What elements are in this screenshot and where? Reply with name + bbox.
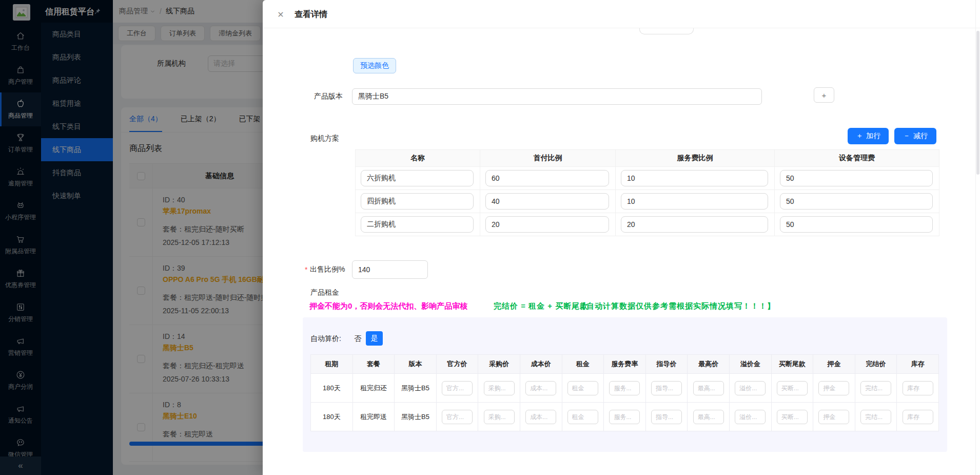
col-settle-price: 完结价 (855, 355, 897, 374)
settle-price-input[interactable] (860, 381, 891, 395)
max-price-input[interactable] (693, 381, 724, 395)
purchase-price-input[interactable] (484, 410, 515, 424)
cost-price-input[interactable] (525, 410, 556, 424)
plan-downpayment-input[interactable] (485, 193, 609, 210)
stock-input[interactable] (903, 410, 933, 424)
cell-period: 180天 (311, 403, 353, 431)
add-row-button[interactable]: ＋加行 (848, 128, 889, 144)
cell-plan: 租完即送 (352, 403, 395, 431)
service-rate-input[interactable] (609, 410, 640, 424)
settle-price-input[interactable] (860, 410, 891, 424)
plan-downpayment-input[interactable] (485, 216, 609, 233)
required-mark: * (305, 265, 307, 274)
official-price-input[interactable] (442, 381, 473, 395)
premium-input[interactable] (735, 410, 766, 424)
col-stock: 库存 (897, 355, 939, 374)
col-max-price: 最高价 (688, 355, 730, 374)
rent-section: 自动算价: 否 是 租期 套餐 版本 官方价 采购价 成本价 租金 服务费率 (303, 317, 947, 452)
guide-price-input[interactable] (651, 410, 682, 424)
remove-row-button[interactable]: －减行 (894, 128, 936, 144)
rent-price-table: 租期 套餐 版本 官方价 采购价 成本价 租金 服务费率 指导价 最高价 溢价金… (310, 354, 939, 431)
auto-calc-note: 【自动计算数据仅供参考需根据实际情况填写！！！】 (578, 301, 775, 311)
close-icon: ✕ (277, 10, 284, 20)
deposit-input[interactable] (818, 381, 849, 395)
auto-price-label: 自动算价: (310, 334, 341, 344)
close-button[interactable]: ✕ (275, 9, 286, 20)
product-version-label: 产品版本 (314, 92, 343, 101)
clipped-element (639, 28, 694, 34)
col-version: 版本 (395, 355, 437, 374)
cell-plan: 租完归还 (352, 374, 395, 403)
cell-version: 黑骑士B5 (395, 403, 437, 431)
max-price-input[interactable] (693, 410, 724, 424)
col-buyout-balance: 买断尾款 (771, 355, 813, 374)
col-service-rate: 服务费率 (604, 355, 646, 374)
col-plan: 套餐 (352, 355, 395, 374)
purchase-plan-label: 购机方案 (310, 134, 339, 143)
purchase-plan-table: 名称 首付比例 服务费比例 设备管理费 (355, 149, 939, 236)
plan-devicefee-input[interactable] (780, 170, 933, 186)
preset-color-tag[interactable]: 预选颜色 (353, 58, 396, 73)
plan-col-devicefee: 设备管理费 (775, 150, 939, 167)
rent-input[interactable] (567, 410, 598, 424)
plan-servicefee-input[interactable] (621, 170, 768, 186)
plus-icon: ＋ (856, 131, 863, 141)
official-price-input[interactable] (442, 410, 473, 424)
plan-name-input[interactable] (361, 193, 474, 210)
drawer-scrollbar-thumb[interactable] (976, 31, 979, 175)
plan-col-name: 名称 (356, 150, 480, 167)
cost-price-input[interactable] (525, 381, 556, 395)
col-purchase-price: 采购价 (478, 355, 520, 374)
col-cost-price: 成本价 (520, 355, 562, 374)
minus-icon: － (903, 131, 910, 141)
drawer-body: 预选颜色 产品版本 + 购机方案 ＋加行 －减行 名称 首付比例 服务费比例 设… (263, 28, 980, 475)
sell-ratio-input[interactable] (352, 260, 428, 279)
drawer-header: ✕ 查看详情 (263, 0, 980, 28)
buyout-balance-input[interactable] (777, 381, 808, 395)
cell-period: 180天 (311, 374, 353, 403)
add-version-button[interactable]: + (814, 87, 834, 103)
rent-input[interactable] (567, 381, 598, 395)
col-rent: 租金 (562, 355, 604, 374)
plan-servicefee-input[interactable] (621, 193, 768, 210)
drawer-title: 查看详情 (295, 9, 327, 20)
plan-devicefee-input[interactable] (780, 193, 933, 210)
service-rate-input[interactable] (609, 381, 640, 395)
purchase-price-input[interactable] (484, 381, 515, 395)
buyout-balance-input[interactable] (777, 410, 808, 424)
plan-name-input[interactable] (361, 170, 474, 186)
plan-col-downpayment: 首付比例 (480, 150, 616, 167)
col-guide-price: 指导价 (645, 355, 688, 374)
plan-row (356, 167, 939, 190)
col-premium: 溢价金 (729, 355, 771, 374)
plan-name-input[interactable] (361, 216, 474, 233)
drawer-scrollbar-track (975, 0, 980, 475)
col-official-price: 官方价 (436, 355, 478, 374)
plan-devicefee-input[interactable] (780, 216, 933, 233)
auto-price-yes-option[interactable]: 是 (366, 331, 383, 346)
sell-ratio-label: 出售比例% (310, 265, 345, 274)
plan-row (356, 190, 939, 213)
stock-input[interactable] (903, 381, 933, 395)
premium-input[interactable] (735, 381, 766, 395)
plan-downpayment-input[interactable] (485, 170, 609, 186)
plan-servicefee-input[interactable] (621, 216, 768, 233)
col-deposit: 押金 (813, 355, 855, 374)
col-period: 租期 (311, 355, 353, 374)
cell-version: 黑骑士B5 (395, 374, 437, 403)
settle-price-formula: 完结价 = 租金 + 买断尾款 (494, 301, 588, 311)
price-row: 180天 租完即送 黑骑士B5 (311, 403, 939, 431)
guide-price-input[interactable] (651, 381, 682, 395)
plan-row (356, 213, 939, 236)
product-rent-label: 产品租金 (310, 288, 339, 297)
screen: 工作台 商户管理 商品管理 订单管理 逾期管理 小程序管理 (0, 0, 980, 475)
product-version-input[interactable] (352, 88, 762, 105)
detail-drawer: ✕ 查看详情 预选颜色 产品版本 + 购机方案 ＋加行 －减行 名称 首付比例 … (263, 0, 980, 475)
deposit-input[interactable] (818, 410, 849, 424)
price-row: 180天 租完归还 黑骑士B5 (311, 374, 939, 403)
plan-col-servicefee: 服务费比例 (616, 150, 775, 167)
deposit-warning-text: 押金不能为0，否则会无法代扣、影响产品审核 (309, 301, 467, 311)
auto-price-no-option[interactable]: 否 (354, 334, 361, 344)
